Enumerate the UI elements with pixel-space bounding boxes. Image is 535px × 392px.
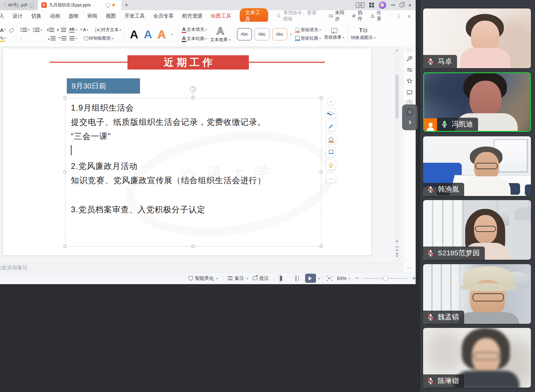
zoom-slider[interactable] xyxy=(363,278,408,279)
selection-handle-nw[interactable] xyxy=(63,96,66,99)
numbered-list-button[interactable] xyxy=(33,28,42,32)
slide-text-line[interactable]: “三会一课” xyxy=(71,131,111,142)
menu-item-member[interactable]: 会员专享 xyxy=(153,13,174,19)
scrollbar-thumb[interactable] xyxy=(395,75,399,119)
tab-pdf-document[interactable]: 〕46号) .pdf xyxy=(0,0,38,10)
scroll-down-arrow[interactable] xyxy=(395,241,399,244)
collapse-toolbar-button[interactable]: − xyxy=(327,97,335,105)
next-slide-button[interactable] xyxy=(395,253,399,258)
highlight-color-button[interactable]: ✎ xyxy=(0,36,6,41)
justify-button[interactable] xyxy=(36,37,38,39)
zoom-out-button[interactable]: − xyxy=(355,275,359,282)
effects-star-icon[interactable] xyxy=(406,78,413,84)
collaborate-button[interactable]: 协作 xyxy=(352,10,365,22)
meeting-sidebar-handle[interactable]: › xyxy=(402,104,418,130)
decrease-font-button[interactable]: A⁻ xyxy=(0,27,6,33)
rocket-boost-icon[interactable] xyxy=(406,55,413,62)
window-mode-icon[interactable]: 2 xyxy=(356,2,364,8)
shape-outline-quick-button[interactable] xyxy=(326,147,336,157)
more-options-button[interactable]: … xyxy=(326,173,336,183)
line-spacing-up-button[interactable] xyxy=(48,36,56,40)
shape-style-black-button[interactable]: Abc xyxy=(237,28,252,40)
participant-tile[interactable]: 马卓 xyxy=(423,8,531,68)
shape-fill-button[interactable]: 形状填充 xyxy=(295,27,321,33)
normal-view-button[interactable] xyxy=(279,274,282,282)
shape-effect-button[interactable]: 形状效果 xyxy=(324,34,344,40)
text-style-gallery-caret[interactable] xyxy=(171,34,173,36)
align-left-button[interactable] xyxy=(20,37,22,39)
selection-handle-w[interactable] xyxy=(63,171,66,174)
comments-button[interactable]: 批注 xyxy=(253,275,269,281)
layer-order-button[interactable] xyxy=(326,108,336,118)
menu-item-slideshow[interactable]: 放映 xyxy=(68,13,79,19)
user-avatar[interactable] xyxy=(379,1,386,9)
notes-input-bar[interactable]: 此处添加备注 xyxy=(0,263,403,272)
text-effect-button[interactable]: 文本效果 xyxy=(210,37,231,43)
apps-grid-icon[interactable] xyxy=(369,3,374,7)
sync-status-button[interactable]: 未同步 xyxy=(329,10,346,22)
more-panel-button[interactable]: … xyxy=(407,263,412,269)
convert-smart-graphic-button[interactable]: 转智能图形 xyxy=(84,35,114,41)
command-search[interactable]: 查找命令、搜索模板 xyxy=(277,10,320,22)
vertical-scrollbar[interactable] xyxy=(395,47,399,263)
selection-handle-s[interactable] xyxy=(192,245,195,248)
text-style-blue-button[interactable]: A xyxy=(144,28,152,40)
panel-drag-handle[interactable] xyxy=(407,49,413,51)
settings-sliders-icon[interactable] xyxy=(406,66,413,73)
shape-style-orange-button[interactable]: Abc xyxy=(272,28,287,40)
scroll-up-arrow[interactable] xyxy=(396,50,398,51)
clear-format-icon[interactable] xyxy=(9,28,14,33)
menu-item-devtools[interactable]: 开发工具 xyxy=(124,13,145,19)
menu-item-review[interactable]: 审阅 xyxy=(87,13,97,19)
smart-beautify-button[interactable]: 智能美化 xyxy=(189,275,218,281)
participant-tile[interactable]: 韩渔胤 xyxy=(423,136,531,196)
menu-item-docer[interactable]: 稻壳资源 xyxy=(182,13,202,19)
menu-item-view[interactable]: 视图 xyxy=(106,13,116,19)
smart-suggestion-button[interactable] xyxy=(326,160,336,170)
play-slideshow-button[interactable] xyxy=(305,274,316,283)
tab-presentation-document[interactable]: P 九月组织生活ppt.pptx xyxy=(38,0,121,10)
menu-item-transition[interactable]: 切换 xyxy=(31,13,41,19)
character-spacing-button[interactable]: AB xyxy=(69,27,77,32)
menu-item-drawing-tools[interactable]: 绘图工具 xyxy=(211,13,231,19)
date-box-shape[interactable]: 9月30日前 xyxy=(67,78,140,94)
shape-fill-quick-button[interactable] xyxy=(326,134,336,144)
participant-tile[interactable]: S2185范梦园 xyxy=(423,200,531,260)
fit-slide-button[interactable] xyxy=(327,276,332,281)
new-tab-button[interactable]: + xyxy=(121,0,132,10)
shape-outline-button[interactable]: 形状轮廓 xyxy=(295,35,321,41)
align-center-button[interactable] xyxy=(25,37,27,39)
bullet-list-button[interactable] xyxy=(20,28,30,32)
participant-tile[interactable]: 魏孟镐 xyxy=(423,264,531,324)
text-style-black-button[interactable]: A xyxy=(130,28,138,40)
shape-style-blue-button[interactable]: Abc xyxy=(255,28,270,40)
more-menu-button[interactable]: ⋮ xyxy=(396,13,402,19)
text-outline-button[interactable]: A文本轮廓 xyxy=(182,35,207,42)
share-button[interactable]: 分享 xyxy=(371,10,383,22)
menu-item-design[interactable]: 设计 xyxy=(13,13,23,19)
distribute-button[interactable] xyxy=(41,37,43,39)
slide-text-line[interactable]: 3.党员档案审查、入党积极分子认定 xyxy=(71,204,205,215)
restore-button[interactable] xyxy=(400,3,403,7)
reading-view-button[interactable] xyxy=(294,274,298,282)
convert-diagram-button[interactable]: 转换成图示 xyxy=(351,35,376,41)
align-text-button[interactable]: 对齐文本 xyxy=(96,27,121,33)
zoom-in-button[interactable]: + xyxy=(412,275,416,282)
slide-canvas[interactable]: 交通大学 近期工作 9月30日前 1.9月组织生活会 提交电子、纸质版组织生活会… xyxy=(3,48,372,256)
notes-toggle-button[interactable]: 备注 xyxy=(228,275,248,281)
zoom-slider-knob[interactable] xyxy=(383,276,388,281)
selection-handle-se[interactable] xyxy=(320,245,323,248)
close-button[interactable]: × xyxy=(408,2,412,8)
menu-item-animation[interactable]: 动画 xyxy=(50,13,60,19)
format-painter-button[interactable] xyxy=(326,121,336,131)
shape-style-gallery-caret[interactable] xyxy=(290,34,292,36)
selected-text-box[interactable]: 1.9月组织生活会 提交电子、纸质版组织生活会记录，党费收缴记录。 “三会一课”… xyxy=(65,98,321,247)
menu-item-insert[interactable]: 入 xyxy=(0,13,4,19)
participant-tile-speaking[interactable]: 冯凯迪 xyxy=(423,72,531,132)
previous-slide-button[interactable] xyxy=(395,247,399,251)
present-window-icon[interactable] xyxy=(406,89,413,96)
text-style-orange-button[interactable]: A xyxy=(157,28,166,40)
slide-text-line[interactable]: 提交电子、纸质版组织生活会记录，党费收缴记录。 xyxy=(71,117,266,128)
slide-text-line[interactable]: 1.9月组织生活会 xyxy=(71,102,134,113)
slide-title-banner[interactable]: 近期工作 xyxy=(127,55,249,70)
